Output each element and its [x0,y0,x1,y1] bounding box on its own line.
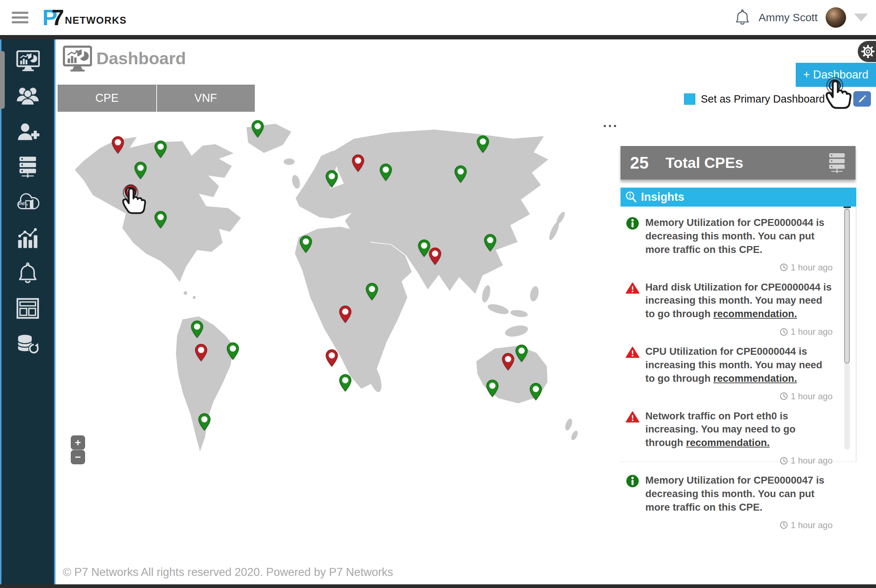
insight-item: Memory Utilization for CPE0000047 is dec… [626,474,856,514]
menu-icon[interactable] [12,9,30,26]
map-pin-green[interactable] [515,345,528,362]
insights-title: Insights [641,190,684,204]
map-pin-red[interactable] [124,184,137,202]
map-pin-green[interactable] [483,234,497,252]
map-zoom-in-button[interactable]: + [71,435,85,450]
insights-search-icon [625,191,637,203]
gear-icon [861,45,875,58]
map-pin-green[interactable] [379,164,392,182]
insight-timestamp: 1 hour ago [626,262,856,273]
brand-logo: P 7 NETWORKS [42,7,127,28]
trash-icon [834,94,844,104]
tab-vnf[interactable]: VNF [156,85,255,112]
insights-header: Insights [621,188,856,207]
warning-icon [626,410,640,424]
map-pin-green[interactable] [325,170,339,188]
sidebar-item-users[interactable] [12,84,44,108]
user-name[interactable]: Ammy Scott [759,11,818,24]
insight-text: Hard disk Utilization for CPE0000044 is … [645,280,832,321]
clock-icon [780,457,788,465]
view-tabs: CPE VNF [58,85,255,112]
map-pin-green[interactable] [226,342,240,360]
map-pin-red[interactable] [351,154,364,172]
sidebar-item-dashboard[interactable] [12,49,44,72]
insights-scrollbar-tick [843,207,851,208]
insight-text: Memory Utilization for CPE0000047 is dec… [645,474,832,514]
set-primary-label: Set as Primary Dashboard [701,93,825,105]
map-pin-green[interactable] [529,383,542,401]
recommendation-link[interactable]: recommendation. [713,373,797,384]
sidebar-item-vnf[interactable] [12,190,44,214]
map-pin-red[interactable] [501,352,514,370]
map-zoom-out-button[interactable]: − [71,450,85,464]
recommendation-link[interactable]: recommendation. [686,437,770,448]
map-pin-green[interactable] [299,236,312,253]
sidebar-item-database[interactable] [12,332,44,356]
map-pin-green[interactable] [454,165,468,183]
insight-timestamp: 1 hour ago [626,520,856,530]
total-cpes-label: Total CPEs [665,154,743,171]
set-primary-checkbox[interactable] [684,93,695,105]
clock-icon [780,521,788,529]
page-title: Dashboard [96,48,186,68]
map-pin-red[interactable] [111,136,125,154]
insight-text: Memory Utilization for CPE0000044 is dec… [645,216,832,256]
clock-icon [780,328,788,336]
map-pin-green[interactable] [251,120,265,138]
insights-scrollbar-thumb[interactable] [844,209,850,363]
warning-icon [626,281,640,295]
map-pin-green[interactable] [154,211,167,229]
insight-text: CPU Utilization for CPE0000044 is increa… [645,345,832,386]
left-scrollbar-thumb[interactable] [0,51,5,109]
insight-item: Network traffic on Port eth0 is increasi… [626,410,856,450]
add-dashboard-button[interactable]: + Dashboard [796,63,876,87]
clock-icon [780,263,788,272]
map-pin-green[interactable] [154,141,167,158]
sidebar-item-add-user[interactable] [12,120,44,143]
insight-item: Memory Utilization for CPE0000044 is dec… [626,216,856,256]
map-pin-red[interactable] [429,247,442,265]
bell-icon[interactable] [734,9,750,26]
insight-item: CPU Utilization for CPE0000044 is increa… [626,345,856,386]
map-pin-green[interactable] [339,374,352,392]
map-pin-green[interactable] [198,413,212,431]
map-pin-red[interactable] [325,349,339,367]
topbar-divider [0,35,876,39]
delete-dashboard-button[interactable] [830,91,848,106]
world-map: + − [62,122,606,471]
info-icon [626,474,640,488]
sidebar-item-layout[interactable] [12,297,44,320]
sidebar [0,39,56,588]
dashboard-monitor-icon [62,45,92,72]
sidebar-item-analytics[interactable] [12,226,44,249]
edit-dashboard-button[interactable] [854,91,871,106]
map-pin-green[interactable] [190,321,204,338]
recommendation-link[interactable]: recommendation. [713,308,797,320]
total-cpes-count: 25 [630,153,649,172]
sidebar-item-notifications[interactable] [12,261,44,285]
app-window: P 7 NETWORKS Ammy Scott Dashboard + Dash… [0,0,876,588]
brand-7: 7 [51,7,64,28]
server-rack-icon [826,152,848,174]
map-pin-red[interactable] [195,344,208,362]
brand-networks: NETWORKS [65,15,127,28]
warning-icon [626,346,640,360]
map-pin-green[interactable] [365,283,379,301]
map-pin-green[interactable] [134,161,147,179]
avatar[interactable] [826,7,846,28]
insight-item: Hard disk Utilization for CPE0000044 is … [626,280,856,321]
topbar: P 7 NETWORKS Ammy Scott [0,0,876,35]
insights-list: Memory Utilization for CPE0000044 is dec… [621,207,856,462]
clock-icon [780,392,788,400]
info-icon [626,217,640,231]
map-pin-red[interactable] [339,306,352,323]
tab-cpe[interactable]: CPE [58,85,156,112]
total-cpes-card: 25 Total CPEs [621,146,855,180]
bottom-window-edge [0,584,876,588]
settings-button[interactable] [858,41,876,62]
caret-down-icon[interactable] [854,14,868,21]
insight-text: Network traffic on Port eth0 is increasi… [645,410,832,450]
sidebar-item-servers[interactable] [12,155,44,178]
map-pin-green[interactable] [476,135,490,153]
map-pin-green[interactable] [486,380,499,398]
